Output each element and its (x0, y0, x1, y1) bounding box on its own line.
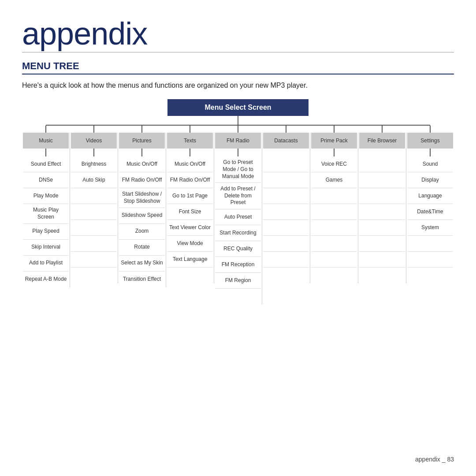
col-item: Go to Preset Mode / Go to Manual Mode (215, 156, 261, 183)
vc6 (262, 126, 310, 133)
col-item: System (407, 220, 453, 236)
col-item: Display (407, 172, 453, 188)
menu-tree: Menu Select Screen (22, 99, 454, 305)
col-header-texts: Texts (167, 133, 213, 149)
col-file-browser: File Browser (358, 133, 406, 283)
col-header-pictures: Pictures (119, 133, 165, 149)
col-item (263, 156, 309, 172)
col-header-videos: Videos (71, 133, 117, 149)
col-item (71, 268, 117, 283)
col-item (359, 252, 405, 268)
col-item: Add to Preset / Delete from Preset (215, 183, 261, 209)
col-header-fm-radio: FM Radio (215, 133, 261, 149)
col-item (71, 252, 117, 268)
vc2 (70, 126, 118, 133)
col-item (71, 236, 117, 252)
col-item: FM Radio On/Off (167, 172, 213, 188)
col-item (311, 204, 357, 220)
col-conn-prime-pack (334, 149, 335, 156)
col-item: Games (311, 172, 357, 188)
col-header-settings: Settings (407, 133, 453, 149)
col-item: Repeat A-B Mode (23, 271, 69, 287)
col-header-prime-pack: Prime Pack (311, 133, 357, 149)
col-item: FM Reception (215, 257, 261, 273)
vc7 (310, 126, 358, 133)
description-text: Here's a quick look at how the menus and… (22, 81, 454, 90)
col-item: Auto Skip (71, 172, 117, 188)
col-item: Play Mode (23, 188, 69, 204)
col-item: Text Viewer Color (167, 220, 213, 236)
col-item: Select as My Skin (119, 256, 165, 271)
root-connector (22, 116, 454, 125)
col-item: Go to 1st Page (167, 188, 213, 204)
col-item: Start Slideshow / Stop Slideshow (119, 188, 165, 208)
col-item (215, 289, 261, 305)
columns-wrapper: Music Sound Effect DNSe Play Mode Music … (22, 133, 454, 305)
col-item (311, 188, 357, 204)
col-item (359, 172, 405, 188)
col-conn-fm-radio (238, 149, 238, 156)
root-node: Menu Select Screen (167, 99, 309, 116)
col-item (167, 268, 213, 283)
col-item: Language (407, 188, 453, 204)
col-pictures: Pictures Music On/Off FM Radio On/Off St… (118, 133, 166, 287)
col-item: Sound Effect (23, 156, 69, 172)
col-item (71, 220, 117, 236)
vert-connectors (22, 126, 454, 133)
col-item: Skip Interval (23, 240, 69, 256)
col-item: Font Size (167, 204, 213, 220)
section-title: MENU TREE (22, 60, 454, 72)
col-item (263, 172, 309, 188)
col-conn-pictures (141, 149, 142, 156)
col-item: FM Region (215, 273, 261, 289)
col-item (311, 268, 357, 283)
vc8 (358, 126, 406, 133)
col-item (263, 188, 309, 204)
col-conn-texts (190, 149, 190, 156)
col-videos: Videos Brightness Auto Skip (70, 133, 118, 283)
col-music: Music Sound Effect DNSe Play Mode Music … (22, 133, 70, 287)
root-row: Menu Select Screen (22, 99, 454, 116)
col-item (359, 204, 405, 220)
vc5 (214, 126, 262, 133)
col-item (263, 204, 309, 220)
col-item: Rotate (119, 240, 165, 256)
col-item: FM Radio On/Off (119, 172, 165, 188)
col-item (407, 268, 453, 283)
col-item: Zoom (119, 224, 165, 240)
vc3 (118, 126, 166, 133)
page-title: appendix (22, 18, 454, 49)
col-item (263, 236, 309, 252)
col-item: REC Quality (215, 241, 261, 257)
col-item (71, 188, 117, 204)
col-item: Voice REC (311, 156, 357, 172)
col-conn-file-browser (382, 149, 383, 156)
col-item (311, 220, 357, 236)
col-texts: Texts Music On/Off FM Radio On/Off Go to… (166, 133, 214, 283)
col-header-file-browser: File Browser (359, 133, 405, 149)
col-datacasts: Datacasts (262, 133, 310, 283)
col-item (311, 236, 357, 252)
col-fm-radio: FM Radio Go to Preset Mode / Go to Manua… (214, 133, 262, 305)
col-item: DNSe (23, 172, 69, 188)
page-number: appendix _ 83 (415, 456, 454, 463)
col-item: Brightness (71, 156, 117, 172)
col-conn-datacasts (286, 149, 286, 156)
col-item: Music Play Screen (23, 204, 69, 223)
col-item (71, 204, 117, 220)
vc4 (166, 126, 214, 133)
col-item (359, 156, 405, 172)
col-item (407, 252, 453, 268)
col-item (263, 268, 309, 283)
col-item: Start Recording (215, 225, 261, 241)
col-item: Text Language (167, 252, 213, 268)
page: appendix MENU TREE Here's a quick look a… (0, 0, 476, 476)
section-divider (22, 74, 454, 74)
col-item: Add to Playlist (23, 256, 69, 271)
col-conn-settings (430, 149, 431, 156)
col-item (359, 236, 405, 252)
col-item: Slideshow Speed (119, 208, 165, 224)
col-item (263, 252, 309, 268)
col-item: View Mode (167, 236, 213, 252)
col-header-datacasts: Datacasts (263, 133, 309, 149)
